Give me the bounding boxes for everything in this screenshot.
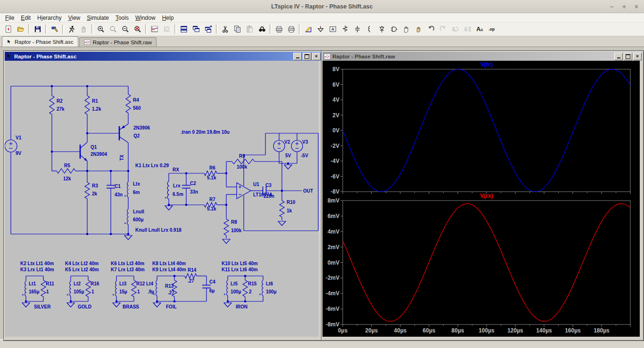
op-directive-icon[interactable]: .op — [486, 24, 498, 35]
resistor-R11[interactable] — [41, 280, 46, 297]
inductor-Lrx[interactable] — [167, 181, 169, 199]
save-icon[interactable] — [32, 24, 44, 35]
ground-symbol[interactable] — [278, 221, 286, 226]
window-minimize-button[interactable] — [293, 53, 302, 60]
text-icon[interactable]: Aa — [474, 24, 486, 35]
ground-symbol[interactable] — [67, 303, 74, 307]
window-close-button[interactable]: × — [312, 53, 321, 60]
resistor-R3[interactable] — [85, 182, 90, 199]
inductor-icon[interactable] — [363, 24, 376, 35]
move-icon[interactable] — [400, 24, 413, 35]
schematic-window-title: Raptor - Phase Shift.asc — [14, 54, 291, 59]
inductor-Lt4[interactable] — [156, 280, 157, 296]
window-close-button[interactable]: × — [633, 53, 642, 60]
autorange-icon[interactable] — [149, 24, 161, 35]
x-tick-label: 160µs — [565, 327, 581, 334]
resistor-R2[interactable] — [50, 96, 54, 114]
schematic-canvas[interactable]: V19VR227kR11.2kR45602N3906Q2Q12N3904R512… — [5, 61, 319, 337]
ground-symbol[interactable] — [165, 206, 173, 210]
schematic-text: FOIL — [166, 304, 177, 309]
close-button[interactable]: × — [635, 3, 638, 10]
window-maximize-button[interactable] — [303, 53, 311, 60]
control-panel-icon[interactable] — [49, 24, 61, 35]
zoom-in-icon[interactable] — [95, 24, 107, 35]
zoom-out-icon[interactable] — [119, 24, 132, 35]
find-icon[interactable] — [256, 24, 268, 35]
transistor-Q2[interactable] — [119, 137, 128, 143]
schematic-text: C4 — [209, 279, 215, 284]
zoom-fit-icon[interactable] — [132, 24, 144, 35]
schematic-window-titlebar[interactable]: Raptor - Phase Shift.asc × — [5, 52, 322, 61]
window-minimize-button[interactable] — [614, 53, 623, 60]
tab-raptor-phase-shift-raw[interactable]: Raptor - Phase Shift.raw — [79, 37, 157, 47]
menu-edit[interactable]: Edit — [17, 14, 34, 22]
waveform-window-titlebar[interactable]: Raptor - Phase Shift.raw × — [322, 52, 643, 61]
redo-icon — [437, 24, 449, 35]
resistor-icon[interactable] — [339, 24, 351, 35]
label-icon[interactable]: A — [327, 24, 339, 35]
inductor-Lt2[interactable] — [70, 281, 71, 296]
resistor-R9[interactable] — [232, 159, 255, 164]
ground-symbol[interactable] — [153, 303, 161, 307]
schematic-text: .27 — [168, 290, 174, 295]
schematic-text: K5 Lrx Lt2 40m — [65, 267, 99, 272]
resistor-R15[interactable] — [243, 280, 248, 297]
ground-symbol[interactable] — [113, 303, 120, 307]
ground-symbol[interactable] — [223, 239, 230, 243]
transistor-Q1[interactable] — [80, 142, 87, 148]
resistor-R5[interactable] — [57, 169, 75, 173]
run-icon[interactable] — [66, 24, 78, 35]
menu-hierarchy[interactable]: Hierarchy — [34, 14, 65, 22]
resistor-R4[interactable] — [126, 94, 131, 113]
inductor-Lt1[interactable] — [25, 281, 26, 296]
wire-icon[interactable] — [302, 24, 314, 35]
schematic-text: GOLD — [78, 304, 91, 309]
diode-icon[interactable] — [376, 24, 388, 35]
maximize-button[interactable]: + — [622, 3, 626, 10]
ground-symbol[interactable] — [22, 303, 30, 307]
inductor-Lt3[interactable] — [116, 281, 116, 296]
menu-view[interactable]: View — [65, 14, 83, 22]
trace-label-vrx[interactable]: V(rx) — [480, 193, 493, 199]
minimize-button[interactable]: – — [610, 3, 614, 10]
new-schematic-icon[interactable] — [2, 24, 15, 35]
print-preview-icon[interactable] — [273, 24, 285, 35]
copy-icon[interactable] — [231, 24, 244, 35]
trace-vtx[interactable] — [343, 69, 630, 192]
cut-icon[interactable] — [219, 24, 231, 35]
print-icon[interactable] — [285, 24, 297, 35]
capacitor-icon[interactable] — [351, 24, 363, 35]
drag-icon[interactable] — [413, 24, 425, 35]
resistor-R1[interactable] — [85, 96, 90, 114]
resistor-R12[interactable] — [132, 280, 136, 297]
inductor-Lnull[interactable] — [127, 209, 128, 225]
window-maximize-button[interactable] — [624, 53, 632, 60]
resistor-R10[interactable] — [280, 201, 284, 217]
resistor-R8[interactable] — [224, 219, 229, 235]
menu-window[interactable]: Window — [132, 14, 159, 22]
menu-tools[interactable]: Tools — [112, 14, 132, 22]
open-icon[interactable] — [15, 24, 27, 35]
menu-help[interactable]: Help — [159, 14, 177, 22]
inductor-Lt6[interactable] — [262, 280, 263, 296]
trace-vrx[interactable] — [343, 204, 630, 322]
cascade-windows-icon[interactable] — [190, 24, 202, 35]
ground-symbol[interactable] — [284, 165, 292, 169]
restore-windows-icon[interactable] — [202, 24, 215, 35]
inductor-Ltx[interactable] — [127, 182, 128, 197]
component-icon[interactable] — [388, 24, 400, 35]
resistor-R16[interactable] — [86, 280, 91, 297]
menu-file[interactable]: File — [2, 14, 17, 22]
waveform-canvas[interactable]: V(tx)8V6V4V2V0V-2V-4V-6V-8VV(rx)8mV6mV4m… — [322, 61, 640, 337]
resistor-R14[interactable] — [185, 274, 197, 278]
ground-symbol[interactable] — [224, 303, 231, 307]
menu-simulate[interactable]: Simulate — [83, 14, 112, 22]
trace-label-vtx[interactable]: V(tx) — [480, 61, 493, 68]
svg-text:.op: .op — [488, 27, 495, 32]
ground-symbol[interactable] — [124, 235, 132, 240]
tab-raptor-phase-shift-asc[interactable]: Raptor - Phase Shift.asc — [2, 36, 78, 47]
tile-windows-icon[interactable] — [178, 24, 190, 35]
inductor-Lt5[interactable] — [227, 280, 228, 296]
undo-icon[interactable] — [425, 24, 437, 35]
ground-icon[interactable] — [314, 24, 327, 35]
